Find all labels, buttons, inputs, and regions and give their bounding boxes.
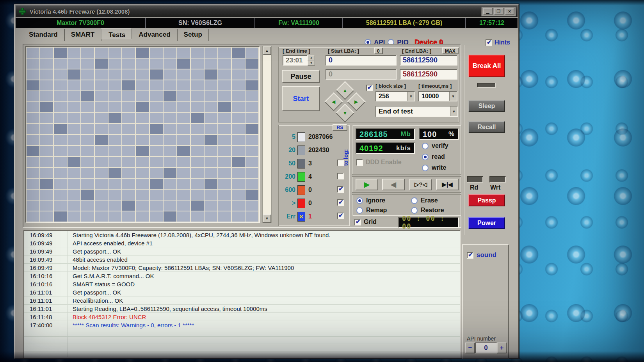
start-button[interactable]: Start bbox=[282, 86, 320, 111]
ignore-radio[interactable] bbox=[356, 197, 363, 204]
read-radio[interactable] bbox=[422, 154, 429, 160]
scan-backward-button[interactable]: ◀ bbox=[382, 179, 405, 190]
verify-label: verify bbox=[432, 142, 448, 149]
log-200-checkbox[interactable] bbox=[337, 173, 344, 179]
end-time-down-button[interactable]: ▼ bbox=[308, 60, 315, 66]
tab-setup[interactable]: Setup bbox=[178, 29, 209, 41]
scan-cell bbox=[177, 91, 190, 101]
dropdown-arrow-icon[interactable]: ▼ bbox=[407, 92, 415, 101]
end-time-input[interactable]: 23:01 bbox=[283, 55, 308, 66]
api-number-value[interactable]: 0 bbox=[475, 342, 497, 353]
end-lba-max-button[interactable]: MAX bbox=[442, 48, 459, 54]
close-button[interactable]: ✕ bbox=[505, 8, 514, 15]
scan-cell bbox=[95, 211, 108, 222]
scan-cell bbox=[40, 91, 53, 101]
log-empty-row bbox=[24, 337, 460, 344]
log-message: Block 4845312 Error: UNCR bbox=[68, 314, 146, 320]
reset-stats-button[interactable]: RS bbox=[333, 124, 347, 131]
title-bar[interactable]: Victoria 4.46b Freeware (12.08.2008) ▁ ❐… bbox=[16, 5, 518, 17]
drive-serial: SN: V60S6LZG bbox=[146, 18, 255, 28]
write-radio[interactable] bbox=[422, 165, 429, 171]
log-gt-checkbox[interactable] bbox=[337, 199, 344, 206]
scan-cell bbox=[232, 102, 245, 112]
restore-radio[interactable] bbox=[411, 207, 418, 214]
log-message: ***** Scan results: Warnings - 0, errors… bbox=[68, 322, 194, 328]
scan-cell bbox=[68, 59, 80, 69]
api-number-minus-button[interactable]: − bbox=[465, 342, 475, 353]
remap-option: Remap bbox=[356, 207, 387, 214]
scan-butterfly-button[interactable]: ▶|◀ bbox=[436, 179, 459, 190]
erase-radio[interactable] bbox=[411, 197, 418, 204]
minimize-button[interactable]: ▁ bbox=[483, 8, 493, 15]
block-size-select[interactable]: 256 ▼ bbox=[375, 91, 415, 101]
grid-checkbox[interactable] bbox=[354, 219, 361, 225]
scan-cell bbox=[191, 201, 204, 211]
log-message: Starting Reading, LBA=0..586112590, sequ… bbox=[68, 305, 267, 312]
down-arrow-icon: ▼ bbox=[343, 110, 347, 116]
end-lba-input[interactable]: 586112590 bbox=[400, 55, 457, 66]
power-button[interactable]: Power bbox=[468, 217, 505, 229]
log-panel[interactable]: 16:09:49Starting Victoria 4.46b Freeware… bbox=[23, 230, 461, 358]
log-empty-row bbox=[24, 344, 460, 351]
scan-cell bbox=[191, 211, 204, 222]
end-action-select[interactable]: End of test ▼ bbox=[375, 106, 458, 117]
log-err-checkbox[interactable] bbox=[337, 213, 344, 219]
break-all-button[interactable]: Break All bbox=[468, 55, 505, 77]
scan-forward-button[interactable]: ▶ bbox=[356, 179, 378, 190]
scan-cell bbox=[246, 211, 258, 222]
start-lba-zero-button[interactable]: 0 bbox=[374, 48, 383, 54]
up-arrow-icon: ▲ bbox=[343, 88, 347, 93]
scan-cell bbox=[27, 80, 39, 90]
pad-checkbox[interactable] bbox=[366, 85, 373, 91]
log-time: 16:10:16 bbox=[24, 280, 68, 288]
api-number-plus-button[interactable]: + bbox=[497, 342, 507, 353]
remap-radio[interactable] bbox=[356, 207, 363, 214]
verify-mode-row: verify bbox=[422, 142, 448, 149]
busy-indicator bbox=[477, 83, 496, 88]
victoria-window: Victoria 4.46b Freeware (12.08.2008) ▁ ❐… bbox=[14, 4, 519, 359]
pause-button[interactable]: Pause bbox=[282, 70, 320, 83]
verify-radio[interactable] bbox=[422, 143, 429, 149]
dropdown-arrow-icon[interactable]: ▼ bbox=[450, 106, 457, 116]
sleep-button[interactable]: Sleep bbox=[468, 100, 505, 112]
block-size-value: 256 bbox=[376, 93, 407, 100]
dropdown-arrow-icon[interactable]: ▼ bbox=[449, 92, 457, 101]
scan-cell bbox=[246, 135, 258, 145]
log-50-checkbox[interactable] bbox=[337, 160, 344, 166]
scan-cell bbox=[150, 135, 163, 145]
hints-checkbox[interactable] bbox=[486, 39, 492, 46]
scan-cell bbox=[27, 124, 39, 134]
scan-cell bbox=[40, 146, 53, 156]
sound-checkbox[interactable] bbox=[467, 252, 473, 259]
read-mode-row: read bbox=[422, 153, 445, 160]
maximize-button[interactable]: ❐ bbox=[494, 8, 503, 15]
log-600-checkbox[interactable] bbox=[337, 186, 344, 193]
scan-cell bbox=[122, 168, 135, 178]
scroll-down-button[interactable]: ▼ bbox=[263, 214, 271, 223]
tab-standard[interactable]: Standard bbox=[23, 29, 65, 41]
log-row: 16:10:16SMART status = GOOD bbox=[24, 280, 460, 288]
speed-value: 40192 bbox=[359, 144, 396, 153]
ddd-enable-checkbox[interactable] bbox=[356, 159, 363, 166]
scan-scrollbar[interactable]: ▲ ▼ bbox=[262, 46, 272, 223]
start-lba-input[interactable]: 0 bbox=[326, 55, 397, 66]
test-setup-group: [ End time ] 23:01 ▲ ▼ Pause [ Start LBA… bbox=[278, 47, 459, 122]
scroll-up-button[interactable]: ▲ bbox=[263, 46, 271, 55]
api-number-label: API number bbox=[467, 335, 496, 342]
log-message: 48bit access enabled bbox=[68, 256, 128, 263]
scan-random-button[interactable]: ▷?◁ bbox=[409, 179, 432, 190]
scan-cell bbox=[177, 146, 190, 156]
tab-smart[interactable]: SMART bbox=[65, 29, 101, 41]
tab-advanced[interactable]: Advanced bbox=[132, 29, 177, 41]
timeout-select[interactable]: 10000 ▼ bbox=[418, 91, 457, 101]
scan-cell bbox=[40, 69, 53, 80]
scan-cell bbox=[40, 113, 53, 123]
tab-tests[interactable]: Tests bbox=[101, 28, 132, 39]
recall-button[interactable]: Recall bbox=[468, 121, 505, 133]
counter-value: 1 bbox=[305, 213, 312, 220]
scan-cell bbox=[164, 211, 176, 222]
end-time-up-button[interactable]: ▲ bbox=[308, 55, 315, 60]
scan-cell bbox=[81, 48, 94, 58]
end-lba-current-field: 586112590 bbox=[400, 69, 457, 80]
passport-button[interactable]: Passp bbox=[468, 194, 505, 206]
